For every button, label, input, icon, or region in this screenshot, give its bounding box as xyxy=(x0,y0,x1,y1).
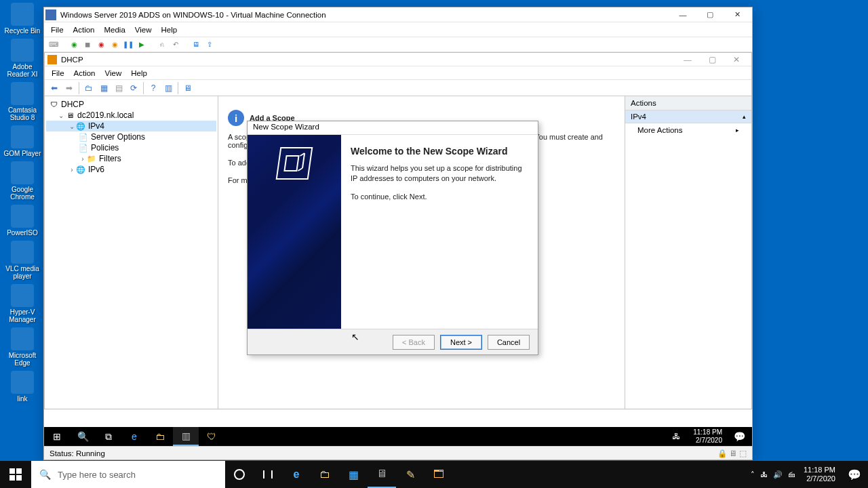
host-app-icon[interactable]: 🗔 xyxy=(425,461,453,488)
vm-menubar: File Action Media View Help xyxy=(44,22,752,37)
poweriso-icon[interactable]: PowerISO xyxy=(3,205,42,237)
guest-network-icon[interactable]: 🖧 xyxy=(663,427,689,446)
tree-ipv4[interactable]: ⌄🌐IPv4 xyxy=(46,121,216,131)
actions-pane: Actions IPv4▴ More Actions▸ xyxy=(625,96,751,409)
export-icon[interactable]: ▥ xyxy=(161,81,175,95)
back-icon[interactable]: ⬅ xyxy=(47,81,61,95)
back-button: < Back xyxy=(393,335,435,350)
host-search-box[interactable]: 🔍 Type here to search xyxy=(31,461,225,488)
tree-policies[interactable]: 📄Policies xyxy=(46,142,216,153)
camtasia-icon[interactable]: Camtasia Studio 8 xyxy=(3,82,42,121)
close-button[interactable]: ✕ xyxy=(724,7,751,22)
tray-language-icon[interactable]: 🖮 xyxy=(788,470,795,479)
edge-icon[interactable]: Microsoft Edge xyxy=(3,327,42,367)
guest-search-icon[interactable]: 🔍 xyxy=(70,427,96,446)
guest-start-button[interactable]: ⊞ xyxy=(44,427,70,446)
host-explorer-icon[interactable]: 🗀 xyxy=(311,461,339,488)
mmc-titlebar[interactable]: DHCP — ▢ ✕ xyxy=(45,53,751,66)
menu-help[interactable]: Help xyxy=(161,26,178,34)
host-notifications-icon[interactable]: 💬 xyxy=(841,461,868,488)
adobe-reader-icon[interactable]: Adobe Reader XI xyxy=(3,39,42,78)
menu-action[interactable]: Action xyxy=(73,26,95,34)
share-icon[interactable]: ⇪ xyxy=(204,39,215,50)
shutdown-icon[interactable]: ◉ xyxy=(96,39,106,50)
link-file-icon[interactable]: link xyxy=(3,371,42,403)
vm-app-icon xyxy=(45,9,56,20)
minimize-button[interactable]: — xyxy=(669,7,696,22)
gom-player-icon[interactable]: GOM Player xyxy=(3,125,42,157)
vm-status-text: Status: Running xyxy=(50,449,105,458)
mmc-menu-help[interactable]: Help xyxy=(131,69,147,77)
vm-titlebar[interactable]: Windows Server 2019 ADDS on WINDOWS-10 -… xyxy=(44,7,752,22)
svg-line-2 xyxy=(298,168,302,171)
tree-dhcp-root[interactable]: 🛡DHCP xyxy=(46,99,216,110)
mmc-menu-action[interactable]: Action xyxy=(74,69,96,77)
ctrl-alt-del-icon[interactable]: ⌨ xyxy=(48,39,59,50)
mmc-menu-file[interactable]: File xyxy=(52,69,64,77)
enhanced-session-icon[interactable]: 🖥 xyxy=(191,39,201,50)
tree-server[interactable]: ⌄🖥dc2019.nk.local xyxy=(46,110,216,121)
vm-guest-desktop: DHCP — ▢ ✕ File Action View Help ⬅ ➡ 🗀 ▦… xyxy=(44,52,752,460)
cancel-button[interactable]: Cancel xyxy=(488,335,530,350)
menu-media[interactable]: Media xyxy=(104,26,125,34)
guest-clock[interactable]: 11:18 PM2/7/2020 xyxy=(689,428,726,445)
refresh-icon[interactable]: ⟳ xyxy=(127,81,140,95)
menu-view[interactable]: View xyxy=(135,26,152,34)
tree-ipv6[interactable]: ›🌐IPv6 xyxy=(46,164,216,175)
mmc-minimize-button[interactable]: — xyxy=(675,53,700,66)
tree-server-options[interactable]: 📄Server Options xyxy=(46,131,216,142)
vm-connection-window: Windows Server 2019 ADDS on WINDOWS-10 -… xyxy=(43,7,753,460)
recycle-bin-icon[interactable]: Recycle Bin xyxy=(3,3,42,35)
mmc-maximize-button[interactable]: ▢ xyxy=(700,53,724,66)
hyperv-manager-icon[interactable]: Hyper-V Manager xyxy=(3,284,42,323)
guest-ie-icon[interactable]: e xyxy=(121,427,147,446)
host-clock[interactable]: 11:18 PM2/7/2020 xyxy=(798,466,841,483)
checkpoint-icon[interactable]: ⎌ xyxy=(157,39,167,50)
next-button[interactable]: Next > xyxy=(440,335,482,350)
taskview-icon[interactable] xyxy=(254,461,282,488)
tree-filters[interactable]: ›📁Filters xyxy=(46,153,216,164)
svg-rect-4 xyxy=(9,468,15,474)
vlc-icon[interactable]: VLC media player xyxy=(3,241,42,280)
dhcp-icon xyxy=(47,55,57,64)
reset-icon[interactable]: ▶ xyxy=(136,39,147,50)
guest-server-manager-icon[interactable]: ▥ xyxy=(173,427,199,446)
guest-explorer-icon[interactable]: 🗀 xyxy=(147,427,173,446)
pause-icon[interactable]: ❚❚ xyxy=(123,39,134,50)
start-icon[interactable]: ◉ xyxy=(68,39,79,50)
tray-volume-icon[interactable]: 🔊 xyxy=(773,470,783,479)
tray-network-icon[interactable]: 🖧 xyxy=(760,470,768,479)
maximize-button[interactable]: ▢ xyxy=(696,7,724,22)
list-icon[interactable]: ▦ xyxy=(97,81,111,95)
menu-file[interactable]: File xyxy=(51,26,64,34)
mmc-close-button[interactable]: ✕ xyxy=(724,53,749,66)
mmc-menu-view[interactable]: View xyxy=(105,69,122,77)
more-actions[interactable]: More Actions▸ xyxy=(625,123,751,137)
up-icon[interactable]: 🗀 xyxy=(82,81,96,95)
turnoff-icon[interactable]: ◼ xyxy=(82,39,93,50)
host-desktop-icons: Recycle Bin Adobe Reader XI Camtasia Stu… xyxy=(3,3,42,407)
forward-icon[interactable]: ➡ xyxy=(62,81,76,95)
host-store-icon[interactable]: ▦ xyxy=(339,461,368,488)
cortana-icon[interactable] xyxy=(225,461,254,488)
wizard-continue-text: To continue, click Next. xyxy=(351,192,528,202)
host-edge-icon[interactable]: e xyxy=(282,461,311,488)
host-hyperv-icon[interactable]: 🖥 xyxy=(368,461,396,488)
properties-icon[interactable]: ▤ xyxy=(112,81,125,95)
svg-rect-0 xyxy=(284,156,298,171)
actions-group-ipv4[interactable]: IPv4▴ xyxy=(625,110,751,123)
monitor-icon[interactable]: 🖥 xyxy=(181,81,195,95)
wizard-titlebar[interactable]: New Scope Wizard xyxy=(248,121,538,135)
guest-taskview-icon[interactable]: ⧉ xyxy=(96,427,121,446)
host-tray[interactable]: ˄ 🖧 🔊 🖮 xyxy=(748,470,798,479)
host-stickynotes-icon[interactable]: ✎ xyxy=(396,461,425,488)
dhcp-console-window: DHCP — ▢ ✕ File Action View Help ⬅ ➡ 🗀 ▦… xyxy=(44,52,752,409)
guest-notifications-icon[interactable]: 💬 xyxy=(726,427,752,446)
guest-dhcp-icon[interactable]: 🛡 xyxy=(199,427,224,446)
host-start-button[interactable] xyxy=(0,461,31,488)
help-icon[interactable]: ? xyxy=(146,81,160,95)
revert-icon[interactable]: ↶ xyxy=(170,39,181,50)
save-icon[interactable]: ◉ xyxy=(109,39,120,50)
chrome-icon[interactable]: Google Chrome xyxy=(3,161,42,201)
tray-chevron-icon[interactable]: ˄ xyxy=(751,470,755,479)
